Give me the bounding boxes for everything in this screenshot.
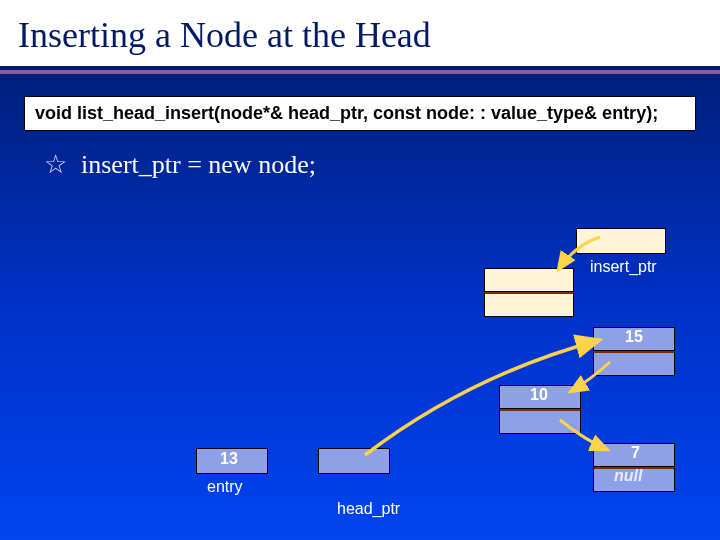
title-bar: Inserting a Node at the Head bbox=[0, 0, 720, 70]
arrow-insertptr-newnode bbox=[480, 225, 620, 295]
head-ptr-label: head_ptr bbox=[337, 500, 400, 518]
new-node-link bbox=[484, 292, 574, 317]
divider bbox=[0, 70, 720, 74]
page-title: Inserting a Node at the Head bbox=[18, 14, 720, 56]
bullet-line: ☆ insert_ptr = new node; bbox=[44, 149, 720, 180]
entry-label: entry bbox=[207, 478, 243, 496]
code-signature: void list_head_insert(node*& head_ptr, c… bbox=[24, 96, 696, 131]
arrow-headptr bbox=[320, 320, 640, 500]
bullet-text: insert_ptr = new node; bbox=[81, 150, 316, 180]
entry-value: 13 bbox=[220, 450, 238, 468]
star-icon: ☆ bbox=[44, 149, 67, 180]
